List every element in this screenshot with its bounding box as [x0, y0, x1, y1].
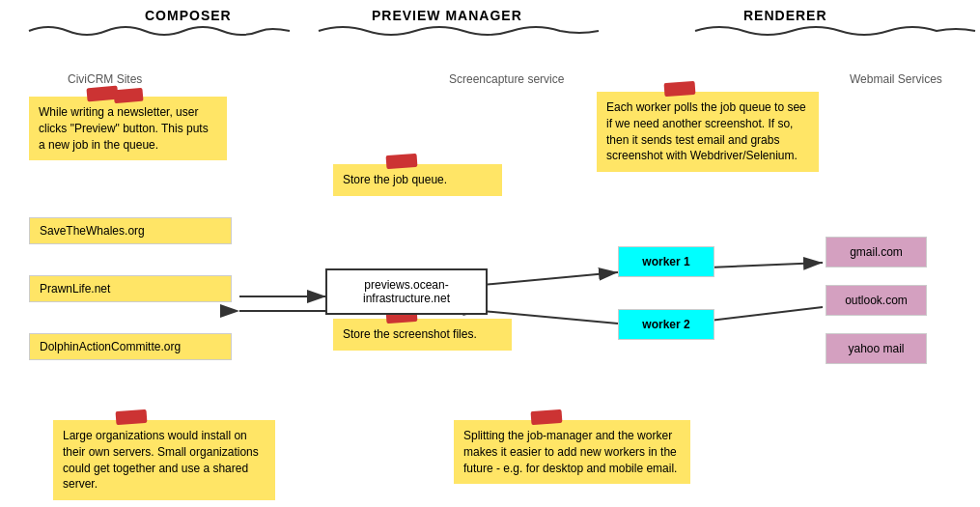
screenshot-note: Store the screenshot files.	[333, 319, 512, 351]
org-box-savethewhales: SaveTheWhales.org	[29, 217, 232, 244]
preview-manager-header: PREVIEW MANAGER	[372, 8, 522, 23]
splitting-note: Splitting the job-manager and the worker…	[454, 420, 690, 484]
large-org-note: Large organizations would install on the…	[53, 420, 275, 500]
worker1-box: worker 1	[618, 246, 714, 277]
webmail-gmail: gmail.com	[826, 237, 927, 268]
worker-note: Each worker polls the job queue to see i…	[597, 92, 819, 172]
civicrm-label: CiviCRM Sites	[68, 72, 142, 86]
job-queue-note: Store the job queue.	[333, 164, 502, 196]
org-box-dolphin: DolphinActionCommitte.org	[29, 333, 232, 360]
webmail-outlook: outlook.com	[826, 285, 927, 316]
webmail-yahoo: yahoo mail	[826, 333, 927, 364]
renderer-header: RENDERER	[743, 8, 827, 23]
org-box-prawnlife: PrawnLife.net	[29, 275, 232, 302]
worker2-box: worker 2	[618, 309, 714, 340]
diagram: COMPOSER PREVIEW MANAGER RENDERER CiviCR…	[0, 0, 980, 507]
screencapture-label: Screencapture service	[449, 72, 564, 86]
webmail-label: Webmail Services	[850, 72, 942, 86]
composer-note: While writing a newsletter, user clicks …	[29, 97, 227, 160]
composer-header: COMPOSER	[145, 8, 232, 23]
svg-line-2	[483, 272, 618, 285]
server-box: previews.ocean-infrastructure.net	[325, 268, 488, 315]
